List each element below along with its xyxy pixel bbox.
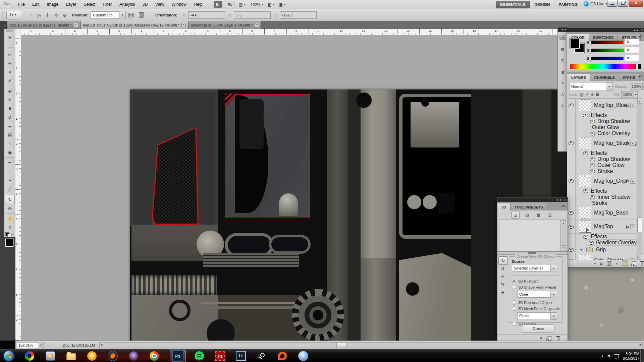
3d-scene-list[interactable] <box>499 220 561 251</box>
preset-dropdown-arrow[interactable]: ▼ <box>551 291 557 298</box>
taskbar-color-wheel-app[interactable] <box>24 351 35 361</box>
3d-camera-rotate-tool[interactable]: ⟳ <box>4 204 15 213</box>
layer-row[interactable]: MagTop_Gripfx▲ <box>567 174 637 188</box>
rectangular-marquee-tool[interactable] <box>4 42 15 50</box>
slider-thumb[interactable] <box>590 60 593 63</box>
character-panel-icon[interactable]: A <box>558 89 567 100</box>
3d-rotate-object-tool[interactable]: ↻ <box>498 256 508 265</box>
taskbar-tor-browser[interactable] <box>128 351 139 361</box>
layers-menu-icon[interactable]: ▾≡ <box>639 74 642 78</box>
document-tab-1[interactable]: mac-10_Opus_V2.psb @ 102% (Magazine copy… <box>81 21 189 29</box>
layer-row[interactable]: MagTopfx▲ <box>567 220 637 234</box>
color-spectrum-ramp[interactable] <box>570 64 636 69</box>
3d-roll-object-tool[interactable]: ↺ <box>498 265 507 273</box>
close-panel-icon[interactable]: ✕ <box>640 28 643 32</box>
lock-pixels-icon[interactable]: ✐ <box>586 93 589 97</box>
workspace-essentials[interactable]: ESSENTIALS <box>496 1 530 8</box>
paragraph-panel-icon[interactable]: ¶ <box>558 100 567 112</box>
layer-effect-row[interactable]: Color Overlay <box>567 130 637 136</box>
arrange-arrow[interactable]: ▼ <box>272 3 275 6</box>
brush-tool[interactable]: ✎ <box>4 96 15 104</box>
3d-scroll-up[interactable]: ▲ <box>561 220 566 225</box>
3d-toggle-icon[interactable]: ❖ <box>539 336 543 341</box>
layer-thumbnail[interactable] <box>579 175 591 187</box>
menu-analysis[interactable]: Analysis <box>116 0 139 9</box>
fill-value[interactable]: 100% <box>621 91 634 98</box>
channel-slider[interactable] <box>591 57 624 60</box>
layer-effect-row[interactable]: Effects <box>567 112 637 118</box>
show-desktop-button[interactable] <box>640 349 644 362</box>
slider-thumb[interactable] <box>590 52 593 55</box>
effect-eye-icon[interactable] <box>583 235 588 239</box>
layer-collapse-arrow[interactable]: ▲ <box>630 179 635 184</box>
3d-scale-icon[interactable]: ⬙ <box>63 12 66 18</box>
layer-visibility-cell[interactable] <box>567 99 576 112</box>
lock-all-icon[interactable] <box>596 94 599 96</box>
arrange-documents-icon[interactable]: ◧ <box>268 2 271 7</box>
group-expand-triangle[interactable] <box>580 249 583 251</box>
add-mask-icon[interactable] <box>607 261 612 266</box>
3d-scale-object-tool[interactable]: ⬙ <box>498 288 507 296</box>
screen-mode-icon[interactable]: ▣ <box>279 2 283 7</box>
taskbar-windows-media-player[interactable]: ▶ <box>45 351 56 361</box>
lock-transparency-icon[interactable]: ▨ <box>580 93 583 97</box>
view-extras-arrow[interactable]: ▼ <box>243 3 246 6</box>
collapse-panels-icon[interactable]: ◄◄ <box>633 28 639 32</box>
menu-filter[interactable]: Filter <box>99 0 116 9</box>
effect-visibility-cell[interactable] <box>567 118 576 124</box>
create-button[interactable]: Create <box>523 324 554 333</box>
mini-bridge-panel-icon[interactable]: Mb <box>558 32 567 43</box>
scroll-handle[interactable] <box>637 218 642 232</box>
blend-mode-arrow[interactable]: ▼ <box>606 82 612 90</box>
scroll-right-arrow[interactable]: ▶ <box>640 343 642 346</box>
layer-effect-row[interactable]: Effects <box>567 188 637 194</box>
radio-dot[interactable] <box>512 306 516 311</box>
tray-hidden-icons-arrow[interactable]: ▲ <box>601 354 604 358</box>
channel-value[interactable]: 0 <box>625 39 639 45</box>
h-scroll-handle[interactable] <box>336 343 346 348</box>
position-dropdown[interactable]: Custom Ob... <box>91 11 119 19</box>
tab-close-icon[interactable]: ✕ <box>74 23 78 27</box>
effect-visibility-cell[interactable] <box>567 194 576 200</box>
delete-layer-icon[interactable] <box>640 261 644 266</box>
histogram-panel-icon[interactable]: ▦ <box>558 43 567 55</box>
3d-scroll-down[interactable]: ▼ <box>561 245 566 250</box>
swap-colors-icon[interactable]: ⇄ <box>11 233 14 236</box>
taskbar-file-explorer[interactable] <box>66 351 76 361</box>
zoom-tool[interactable]: ⚲ <box>4 223 15 232</box>
document-tab-0[interactable]: mac-10.obj @ 105% (Layer 1, RGB/8) *✕ <box>7 21 81 29</box>
tab-tool-presets[interactable]: TOOL PRESETS <box>511 203 547 210</box>
effect-visibility-cell[interactable] <box>567 234 576 240</box>
3d-slide-object-tool[interactable]: ⇆ <box>498 280 507 288</box>
effect-eye-icon[interactable] <box>590 132 595 135</box>
taskbar-windows-start[interactable] <box>3 351 14 361</box>
scroll-up-arrow[interactable]: ▲ <box>637 99 642 104</box>
scene-filter-icon[interactable]: ⊡ <box>512 211 520 219</box>
crop-tool[interactable]: ⌗ <box>4 68 15 76</box>
scroll-left-arrow[interactable]: ◀ <box>100 343 102 346</box>
visibility-eye-icon[interactable] <box>569 141 574 145</box>
visibility-eye-icon[interactable] <box>569 211 574 215</box>
channel-slider[interactable] <box>591 49 624 52</box>
layer-row[interactable]: MagTop_Stitchingfx▲ <box>567 136 637 150</box>
layer-thumbnail[interactable] <box>579 207 591 219</box>
layer-effect-row[interactable]: Drop Shadow <box>567 156 637 162</box>
dock-cap[interactable]: ◄◄ <box>558 27 567 32</box>
restore-button[interactable] <box>618 0 628 7</box>
taskbar-itunes[interactable]: ♪ <box>298 351 309 361</box>
effect-eye-icon[interactable] <box>590 164 595 167</box>
layer-visibility-cell[interactable] <box>567 136 576 150</box>
document-tab-2[interactable]: Showcase @ 66.7% (Layer 1, RGB/8) *✕ <box>189 21 262 29</box>
layer-effect-row[interactable]: Gradient Overlay <box>567 240 637 246</box>
menu-window[interactable]: Window <box>168 0 190 9</box>
layer-effect-row[interactable]: Effects <box>567 150 637 156</box>
source-dropdown-arrow[interactable]: ▼ <box>551 265 557 272</box>
delete-view-icon[interactable] <box>139 12 144 18</box>
layer-visibility-cell[interactable] <box>567 206 576 220</box>
spot-healing-brush-tool[interactable]: ✚ <box>4 87 15 96</box>
new-layer-icon[interactable] <box>632 261 636 266</box>
effect-eye-icon[interactable] <box>583 114 588 117</box>
layer-thumbnail[interactable] <box>579 221 591 233</box>
3d-collapse-icon[interactable]: ◄◄ <box>556 198 562 201</box>
menu-select[interactable]: Select <box>80 0 99 9</box>
